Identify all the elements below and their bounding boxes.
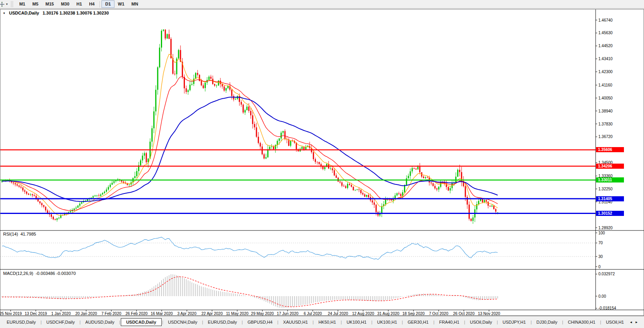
tab-usdcnh-daily[interactable]: USDCNH,Daily [164,319,202,326]
date-axis-label: 11 May 2020 [226,311,249,316]
candle-body [81,202,82,204]
symbol-menu-icon[interactable]: ▼ [3,12,6,15]
tab-eurusd-daily[interactable]: EURUSD,Daily [2,319,40,326]
tool-dropdown-arrow-icon[interactable]: ▼ [6,3,8,6]
macd-plot-area[interactable] [0,269,596,310]
candle-body [218,81,219,85]
candle-body [102,193,103,195]
candle-body [423,177,424,178]
candle-body [151,128,153,142]
tab-xauusd-h1[interactable]: XAUUSD,H1 [279,319,312,326]
candle-body [17,184,18,186]
candle-body [134,176,135,178]
candle-body [450,188,451,190]
rsi-plot-area[interactable] [0,230,596,269]
tab-usoil-h1[interactable]: USOil,H1 [602,319,628,326]
candle-body [201,81,202,85]
timeframe-button-d1[interactable]: D1 [101,0,114,8]
tab-separator: | [341,320,342,324]
tab-usdcad-daily[interactable]: USDCAD,Daily [121,318,162,326]
timeframe-button-w1[interactable]: W1 [114,0,128,8]
tab-gbpusd-h4[interactable]: GBPUSD,H4 [243,319,277,326]
candle-body [356,190,358,190]
tab-ger30-h1[interactable]: GER30,H1 [403,319,433,326]
date-axis-label: 20 Jan 2020 [75,311,97,316]
candle-body [455,177,456,182]
price-axis-label: 1.45630 [598,31,613,35]
candle-body [244,110,245,112]
candle-body [279,138,280,141]
tab-fra40-h1[interactable]: FRA40,H1 [435,319,463,326]
tab-eurusd-daily[interactable]: EURUSD,Daily [203,319,241,326]
timeframe-button-mn[interactable]: MN [128,0,142,8]
candle-body [322,166,323,169]
candle-body [174,74,175,74]
tab-uk100-h1[interactable]: UK100,H1 [373,319,402,326]
tab-scroll-right-icon[interactable]: ► [635,321,638,324]
candle-body [351,185,352,186]
macd-values: -0.003486 -0.003070 [35,271,76,276]
timeframe-button-m15[interactable]: M15 [42,0,57,8]
candle-body [216,85,217,86]
crosshair-glyph [0,2,5,7]
tab-audusd-daily[interactable]: AUDUSD,Daily [81,319,119,326]
timeframe-button-m5[interactable]: M5 [29,0,42,8]
candle-body [254,124,255,127]
price-line-flag: 1.33011 [596,177,624,182]
toolbar-grip[interactable] [11,1,13,7]
candle-body [379,214,380,216]
timeframe-button-group: M1M5M15M30H1H4D1W1MN [16,0,142,8]
timeframe-button-m1[interactable]: M1 [16,0,29,8]
candle-body [434,186,435,188]
candle-body [108,187,109,189]
main-chart-plot-area[interactable] [0,9,596,230]
candle-body [340,182,341,182]
tab-dj30-daily[interactable]: DJ30,Daily [532,319,562,326]
tab-usdjpy-h1[interactable]: USDJPY,H1 [498,319,530,326]
candle-body [258,137,259,143]
price-line-flag: 1.30152 [596,211,624,216]
rsi-axis-label: 0 [598,265,601,269]
candle-body [222,84,223,87]
candle-body [262,147,263,155]
tab-hk50-h1[interactable]: HK50,H1 [314,319,340,326]
candle-body [277,141,278,145]
candle-body [436,188,437,190]
candle-body [413,168,415,169]
crosshair-tool-icon[interactable] [0,2,5,7]
macd-axis-label: 0.00 [598,294,606,299]
candle-body [353,187,354,190]
timeframe-button-m30[interactable]: M30 [57,0,73,8]
candle-body [410,171,411,176]
candle-body [319,162,320,164]
tab-usoil-daily[interactable]: USOil,Daily [465,319,496,326]
timeframe-button-h4[interactable]: H4 [85,0,98,8]
candle-body [100,194,101,196]
tab-uk100-h1[interactable]: UK100,H1 [342,319,371,326]
date-axis-label: 18 Sep 2020 [402,311,425,316]
tab-usdchf-daily[interactable]: USDCHF,Daily [42,319,79,326]
candle-body [104,192,105,193]
candle-body [165,29,166,38]
tab-china300-h1[interactable]: CHINA300,H1 [564,319,600,326]
timeframe-button-h1[interactable]: H1 [73,0,85,8]
candle-body [233,96,234,100]
candle-body [432,183,434,186]
tab-scroll-left-icon[interactable]: ◄ [629,321,633,324]
candle-body [493,206,495,209]
candle-body [313,152,314,159]
candle-body [32,194,33,195]
candle-body [57,218,58,220]
date-axis-label: 13 Nov 2020 [478,311,500,316]
candle-body [471,219,472,221]
macd-label: MACD(12,26,9) [3,271,33,276]
macd-axis-label: -0.018154 [598,306,616,310]
candle-body [487,202,489,206]
price-axis-label: 1.42300 [598,70,613,74]
date-axis-label: 3 Apr 2020 [177,311,197,316]
candle-body [341,182,343,186]
price-line-flag: 1.35606 [596,147,624,152]
candle-body [34,195,35,196]
candle-body [324,167,325,169]
tab-separator: | [464,320,465,324]
